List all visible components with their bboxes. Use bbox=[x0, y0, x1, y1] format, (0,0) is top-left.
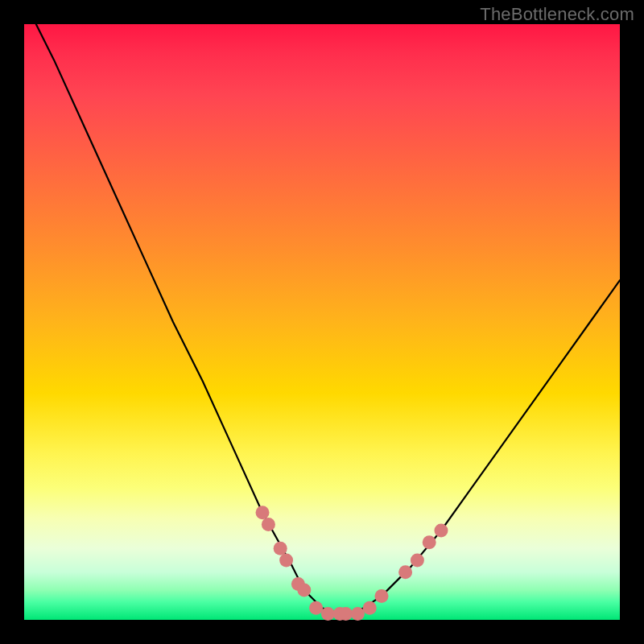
watermark-text: TheBottleneck.com bbox=[480, 4, 634, 25]
chart-frame: TheBottleneck.com bbox=[0, 0, 644, 644]
chart-gradient-background bbox=[24, 24, 620, 620]
